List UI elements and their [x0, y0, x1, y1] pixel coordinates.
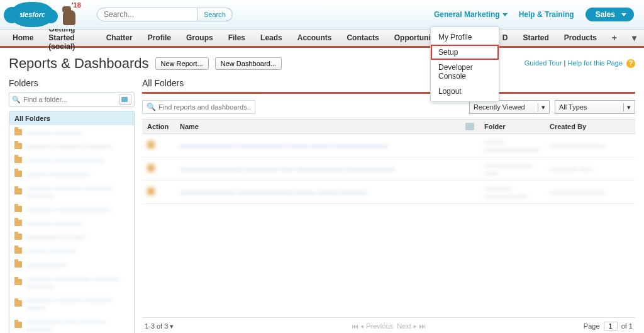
folder-item[interactable]: ——————: [9, 257, 134, 271]
report-folder: ———— ———— ——: [484, 184, 528, 200]
tab-groups[interactable]: Groups: [179, 30, 221, 46]
user-dropdown-menu: My Profile Setup Developer Console Logou…: [430, 26, 499, 102]
menu-item-setup[interactable]: Setup: [431, 45, 499, 60]
report-name[interactable]: ———————— ———————— ——— ——— ————: [180, 188, 367, 196]
new-report-button[interactable]: New Report...: [155, 57, 209, 70]
folder-icon: [14, 261, 22, 268]
folder-item[interactable]: ———— ———— ————: [9, 139, 134, 153]
user-menu-trigger[interactable]: General Marketing: [434, 10, 508, 19]
folder-item[interactable]: ———— ———— ———— ———: [9, 293, 134, 314]
help-for-page-link[interactable]: Help for this Page: [568, 59, 623, 67]
tab-add[interactable]: +: [604, 30, 625, 46]
new-dashboard-button[interactable]: New Dashboard...: [215, 57, 282, 70]
pager: 1-3 of 3 ▾ ⏮ ◀ Previous Next ▶ ⏭ Page of…: [142, 317, 635, 333]
folder-icon: [14, 322, 22, 328]
folder-icon: [14, 279, 22, 285]
col-name[interactable]: Name: [175, 120, 479, 134]
menu-item-developer-console[interactable]: Developer Console: [431, 60, 499, 84]
pager-prev-icon: ◀: [360, 322, 364, 330]
report-icon: [147, 164, 155, 172]
folder-icon: [14, 206, 22, 212]
mascot-icon: '18: [60, 4, 78, 25]
tab-getting-started[interactable]: Getting Started (social): [41, 30, 98, 46]
tab-profile[interactable]: Profile: [140, 30, 179, 46]
pager-previous: Previous: [366, 322, 393, 330]
folder-item[interactable]: ———— ————: [9, 125, 134, 139]
column-menu-icon[interactable]: [465, 123, 474, 130]
folder-icon: [14, 143, 22, 149]
folder-tree: All Folders ———— ———— ———— ———— ———— ———…: [9, 111, 135, 333]
pager-next: Next: [397, 322, 411, 330]
chevron-down-icon: ▾: [538, 103, 545, 111]
folder-search-input[interactable]: [23, 96, 116, 103]
pager-page-input[interactable]: [604, 322, 618, 330]
help-training-link[interactable]: Help & Training: [519, 10, 574, 19]
filter-type-dropdown[interactable]: All Types ▾: [555, 100, 635, 114]
folder-icon: [14, 234, 22, 240]
folder-item[interactable]: ———— ————————: [9, 202, 134, 216]
col-created-by[interactable]: Created By: [545, 120, 610, 134]
filter-recent-dropdown[interactable]: Recently Viewed ▾: [469, 100, 550, 114]
content-heading: All Folders: [142, 78, 635, 88]
sidebar-heading: Folders: [9, 78, 135, 88]
tab-accounts[interactable]: Accounts: [290, 30, 340, 46]
folder-icon: [14, 129, 22, 135]
tab-started[interactable]: Started: [515, 30, 556, 46]
app-switcher[interactable]: Sales: [586, 8, 634, 21]
help-icon[interactable]: ?: [626, 59, 635, 68]
folder-options-button[interactable]: [119, 94, 131, 105]
tab-leads[interactable]: Leads: [253, 30, 290, 46]
report-folder: ——————— ——: [484, 161, 533, 176]
folder-all[interactable]: All Folders: [9, 111, 134, 125]
search-icon: 🔍: [12, 96, 21, 104]
table-row[interactable]: ———————— ——————— ——— ——— ———————— ——— ——…: [142, 134, 635, 157]
filter-recent-label: Recently Viewed: [474, 103, 525, 111]
report-name[interactable]: ———————— ——————— ——— ——— ————————: [180, 142, 388, 149]
folder-item[interactable]: ———— ————— ———— ————: [9, 271, 134, 293]
menu-item-logout[interactable]: Logout: [431, 84, 499, 99]
table-row[interactable]: ————————— ————— —— ——————— ——————— —————…: [142, 157, 635, 181]
folder-item[interactable]: ——— ——————: [9, 167, 134, 181]
folder-icon: [14, 220, 22, 226]
folder-item[interactable]: ———— ———— ———— ————: [9, 181, 134, 202]
menu-item-my-profile[interactable]: My Profile: [431, 30, 499, 45]
folder-icon: [14, 300, 22, 307]
report-icon: [147, 188, 155, 195]
folder-item[interactable]: ———— ————: [9, 216, 134, 230]
col-folder[interactable]: Folder: [479, 120, 545, 134]
salesforce-logo[interactable]: salesforce: [10, 2, 54, 27]
global-search-button[interactable]: Search: [197, 8, 233, 21]
folder-search-wrap: 🔍: [9, 92, 135, 107]
user-menu-label: General Marketing: [434, 10, 500, 19]
search-icon: 🔍: [147, 103, 156, 111]
tab-overflow[interactable]: ▾: [625, 30, 644, 46]
find-reports-wrap: 🔍: [142, 100, 255, 114]
pager-of-total: of 1: [621, 322, 633, 330]
tab-files[interactable]: Files: [221, 30, 253, 46]
folder-item[interactable]: ——— ————: [9, 244, 134, 257]
col-action[interactable]: Action: [142, 120, 175, 134]
chevron-down-icon: [621, 13, 626, 16]
report-name[interactable]: ————————— ————— —— ——————— ———————: [180, 165, 395, 172]
tab-home[interactable]: Home: [5, 30, 41, 46]
reports-table: Action Name Folder Created By ———————— —…: [142, 119, 635, 204]
page-title: Reports & Dashboards: [9, 55, 149, 72]
chevron-down-icon: ▾: [623, 103, 631, 111]
pager-last-icon: ⏭: [419, 322, 426, 330]
tab-contacts[interactable]: Contacts: [339, 30, 386, 46]
pager-first-icon: ⏮: [352, 322, 358, 330]
folder-icon: [14, 247, 22, 254]
find-reports-input[interactable]: [158, 103, 251, 111]
folder-item[interactable]: ————— —— ———— ————: [9, 314, 134, 333]
tab-products[interactable]: Products: [557, 30, 604, 46]
guided-tour-link[interactable]: Guided Tour: [525, 59, 562, 67]
tab-chatter[interactable]: Chatter: [99, 30, 140, 46]
folder-icon: [14, 171, 22, 177]
pager-page-label: Page: [584, 322, 600, 330]
chevron-down-icon: [502, 13, 508, 16]
pager-range[interactable]: 1-3 of 3 ▾: [145, 322, 174, 330]
global-search-input[interactable]: [97, 8, 197, 21]
table-row[interactable]: ———————— ———————— ——— ——— ———— ———— ————…: [142, 181, 635, 204]
folder-item[interactable]: ———— ———————: [9, 153, 134, 167]
folder-item[interactable]: ————— — ——: [9, 230, 134, 244]
